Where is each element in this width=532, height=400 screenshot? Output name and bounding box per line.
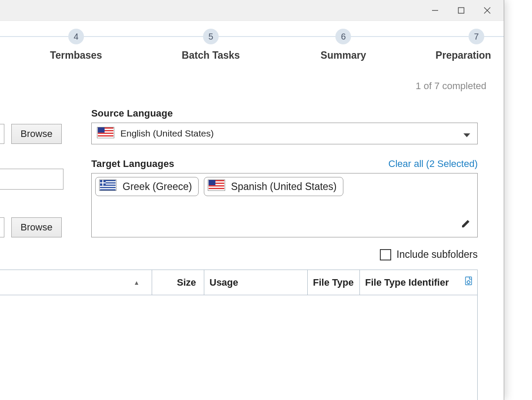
include-subfolders-label: Include subfolders — [396, 249, 478, 260]
maximize-button[interactable] — [448, 2, 474, 19]
chip-label: Greek (Greece) — [123, 181, 192, 193]
column-header-file-type[interactable]: File Type — [308, 270, 360, 295]
chevron-down-icon — [463, 129, 470, 140]
edit-icon[interactable] — [461, 218, 471, 231]
step-number: 4 — [68, 29, 84, 44]
svg-rect-9 — [98, 127, 105, 133]
step-label: Batch Tasks — [182, 50, 240, 61]
column-header-size[interactable]: Size — [152, 270, 204, 295]
step-preparation[interactable]: 7 Preparation — [449, 29, 504, 61]
svg-marker-10 — [463, 133, 470, 137]
svg-rect-15 — [100, 187, 116, 188]
step-number: 6 — [336, 29, 351, 44]
us-flag-icon — [208, 180, 225, 193]
include-subfolders-row: Include subfolders — [380, 249, 478, 260]
table-header: ▲ Size Usage File Type File Type Identif… — [0, 270, 477, 295]
dialog-window: 4 Termbases 5 Batch Tasks 6 Summary 7 Pr… — [0, 0, 504, 400]
target-languages-box[interactable]: Greek (Greece) Spanish (United States) — [91, 173, 478, 237]
target-language-chip-spanish-us[interactable]: Spanish (United States) — [204, 177, 343, 196]
progress-text: 1 of 7 completed — [416, 80, 486, 92]
step-number: 7 — [469, 29, 484, 44]
svg-rect-19 — [100, 182, 106, 183]
close-icon — [483, 7, 491, 14]
step-label: Preparation — [436, 50, 491, 61]
browse-button[interactable]: Browse — [11, 124, 62, 144]
language-panel: Source Language English (United States) … — [91, 108, 478, 237]
column-header-identifier[interactable]: File Type Identifier — [360, 270, 477, 295]
svg-rect-1 — [459, 7, 464, 13]
step-label: Termbases — [50, 50, 102, 61]
sort-asc-icon: ▲ — [133, 279, 140, 286]
target-language-chip-greek[interactable]: Greek (Greece) — [95, 177, 199, 196]
close-button[interactable] — [474, 2, 500, 19]
minimize-button[interactable] — [422, 2, 448, 19]
svg-rect-23 — [209, 185, 224, 187]
source-language-value: English (United States) — [120, 128, 214, 139]
minimize-icon — [431, 7, 439, 14]
text-input-partial[interactable] — [0, 169, 63, 190]
svg-point-27 — [467, 280, 470, 283]
svg-rect-24 — [209, 188, 224, 189]
browse-button[interactable]: Browse — [11, 217, 62, 237]
svg-rect-25 — [209, 180, 216, 185]
chip-label: Spanish (United States) — [231, 181, 337, 193]
clear-all-link[interactable]: Clear all (2 Selected) — [389, 158, 478, 170]
target-languages-label: Target Languages — [91, 158, 174, 170]
step-batch-tasks[interactable]: 5 Batch Tasks — [182, 29, 240, 61]
greece-flag-icon — [99, 180, 116, 193]
files-table: ▲ Size Usage File Type File Type Identif… — [0, 270, 478, 400]
table-body-empty — [0, 295, 477, 400]
column-header-usage[interactable]: Usage — [204, 270, 308, 295]
gear-icon[interactable] — [464, 277, 473, 289]
source-language-dropdown[interactable]: English (United States) — [91, 123, 478, 144]
panel-edge — [0, 217, 4, 237]
include-subfolders-checkbox[interactable] — [380, 249, 391, 260]
title-bar — [0, 0, 504, 21]
step-number: 5 — [203, 29, 219, 44]
step-termbases[interactable]: 4 Termbases — [50, 29, 102, 61]
svg-rect-8 — [98, 135, 113, 137]
step-summary[interactable]: 6 Summary — [321, 29, 366, 61]
step-label: Summary — [321, 50, 366, 61]
svg-rect-7 — [98, 133, 113, 134]
source-language-label: Source Language — [91, 108, 478, 119]
us-flag-icon — [97, 127, 114, 140]
svg-rect-16 — [100, 189, 116, 190]
column-header-name[interactable]: ▲ — [0, 270, 152, 295]
wizard-stepper: 4 Termbases 5 Batch Tasks 6 Summary 7 Pr… — [0, 25, 504, 73]
panel-edge — [0, 124, 4, 144]
column-header-identifier-label: File Type Identifier — [365, 277, 449, 288]
maximize-icon — [458, 7, 465, 14]
